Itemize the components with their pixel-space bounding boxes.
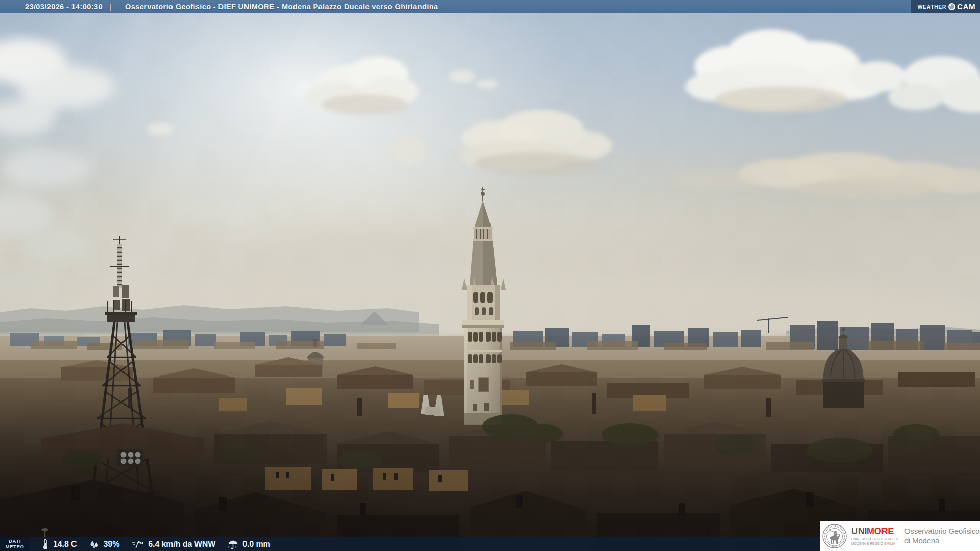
- observatory-name: Osservatorio Geofisico di Modena: [904, 527, 979, 546]
- brand-subtitle: UNIVERSITÀ DEGLI STUDI DI MODENA E REGGI…: [851, 537, 898, 545]
- wind-reading: 6.4 km/h da WNW: [132, 539, 215, 549]
- vignette: [0, 327, 980, 551]
- precipitation-reading: 0.0 mm: [228, 539, 271, 549]
- brand-more: MORE: [867, 526, 894, 536]
- wind-value: 6.4 km/h da WNW: [148, 540, 215, 549]
- weathercam-logo[interactable]: Weather Cam: [911, 0, 980, 13]
- dati-meteo-label: DATI METEO: [0, 537, 30, 551]
- unimore-wordmark: UNIMORE UNIVERSITÀ DEGLI STUDI DI MODENA…: [851, 527, 898, 545]
- separator: |: [109, 3, 111, 11]
- weathercam-dot-icon: [948, 3, 955, 10]
- timestamp: 23/03/2026 - 14:00:30: [25, 3, 103, 11]
- weathercam-word2: Cam: [957, 2, 975, 11]
- precipitation-value: 0.0 mm: [242, 540, 271, 549]
- wind-sock-icon: [132, 539, 144, 549]
- webcam-photo: [0, 0, 980, 551]
- umbrella-icon: [228, 539, 238, 549]
- thermometer-icon: [42, 539, 49, 550]
- weathercam-word1: Weather: [918, 4, 947, 10]
- brand-uni: UNI: [851, 526, 867, 536]
- unimore-seal-icon: 1175: [822, 522, 847, 550]
- humidity-drops-icon: [89, 539, 100, 549]
- webcam-viewer: 23/03/2026 - 14:00:30 | Osservatorio Geo…: [0, 0, 980, 551]
- temperature-value: 14.8 C: [53, 540, 77, 549]
- seal-year: 1175: [832, 545, 837, 548]
- unimore-logo-box[interactable]: 1175 UNIMORE UNIVERSITÀ DEGLI STUDI DI M…: [820, 521, 980, 551]
- temperature-reading: 14.8 C: [42, 539, 77, 550]
- humidity-reading: 39%: [89, 539, 120, 549]
- header-bar: 23/03/2026 - 14:00:30 | Osservatorio Geo…: [0, 0, 980, 13]
- page-title: Osservatorio Geofisico - DIEF UNIMORE - …: [125, 3, 438, 11]
- humidity-value: 39%: [104, 540, 120, 549]
